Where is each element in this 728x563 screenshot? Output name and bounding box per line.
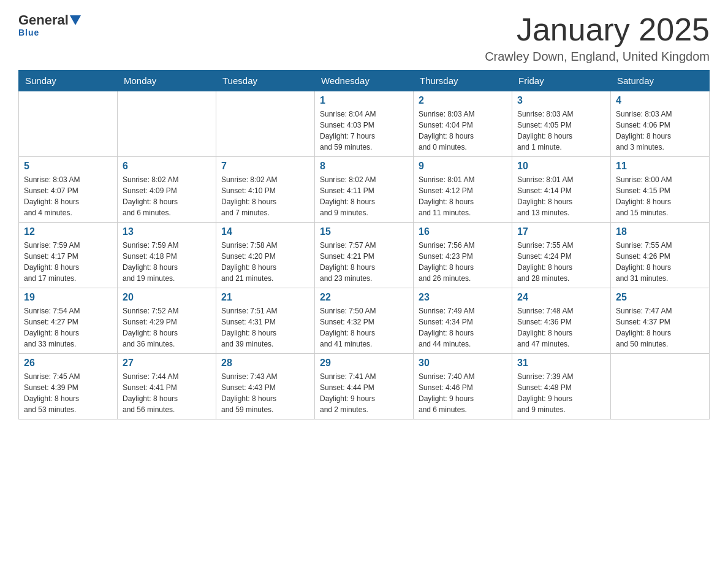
calendar-header-thursday: Thursday (414, 71, 512, 91)
day-number: 30 (419, 358, 507, 369)
calendar-cell: 28Sunrise: 7:43 AM Sunset: 4:43 PM Dayli… (216, 354, 315, 419)
day-info: Sunrise: 7:41 AM Sunset: 4:44 PM Dayligh… (320, 371, 408, 415)
day-number: 3 (517, 95, 605, 106)
day-number: 22 (320, 292, 408, 303)
day-info: Sunrise: 8:02 AM Sunset: 4:11 PM Dayligh… (320, 174, 408, 218)
day-number: 28 (221, 358, 309, 369)
calendar-cell: 9Sunrise: 8:01 AM Sunset: 4:12 PM Daylig… (414, 157, 512, 223)
calendar-cell: 27Sunrise: 7:44 AM Sunset: 4:41 PM Dayli… (118, 354, 216, 419)
day-number: 20 (123, 292, 211, 303)
day-info: Sunrise: 8:02 AM Sunset: 4:09 PM Dayligh… (123, 174, 211, 218)
logo-triangle-icon (70, 15, 81, 25)
calendar-cell: 13Sunrise: 7:59 AM Sunset: 4:18 PM Dayli… (118, 223, 216, 288)
logo-general-text: General (18, 12, 69, 28)
calendar-cell: 24Sunrise: 7:48 AM Sunset: 4:36 PM Dayli… (512, 288, 611, 354)
calendar-header-friday: Friday (512, 71, 611, 91)
week-row-2: 5Sunrise: 8:03 AM Sunset: 4:07 PM Daylig… (19, 157, 710, 223)
day-info: Sunrise: 8:00 AM Sunset: 4:15 PM Dayligh… (616, 174, 704, 218)
day-info: Sunrise: 7:58 AM Sunset: 4:20 PM Dayligh… (221, 240, 309, 284)
day-info: Sunrise: 7:45 AM Sunset: 4:39 PM Dayligh… (24, 371, 112, 415)
day-number: 27 (123, 358, 211, 369)
day-info: Sunrise: 8:04 AM Sunset: 4:03 PM Dayligh… (320, 109, 408, 153)
day-info: Sunrise: 7:39 AM Sunset: 4:48 PM Dayligh… (517, 371, 605, 415)
day-number: 31 (517, 358, 605, 369)
calendar-cell: 12Sunrise: 7:59 AM Sunset: 4:17 PM Dayli… (19, 223, 118, 288)
day-info: Sunrise: 8:03 AM Sunset: 4:05 PM Dayligh… (517, 109, 605, 153)
day-number: 14 (221, 226, 309, 237)
calendar-cell: 17Sunrise: 7:55 AM Sunset: 4:24 PM Dayli… (512, 223, 611, 288)
day-info: Sunrise: 7:50 AM Sunset: 4:32 PM Dayligh… (320, 305, 408, 350)
calendar-cell: 6Sunrise: 8:02 AM Sunset: 4:09 PM Daylig… (118, 157, 216, 223)
day-info: Sunrise: 7:52 AM Sunset: 4:29 PM Dayligh… (123, 305, 211, 350)
day-number: 26 (24, 358, 112, 369)
day-info: Sunrise: 7:43 AM Sunset: 4:43 PM Dayligh… (221, 371, 309, 415)
day-number: 10 (517, 161, 605, 172)
day-info: Sunrise: 8:03 AM Sunset: 4:07 PM Dayligh… (24, 174, 112, 218)
calendar-cell: 23Sunrise: 7:49 AM Sunset: 4:34 PM Dayli… (414, 288, 512, 354)
day-info: Sunrise: 7:59 AM Sunset: 4:18 PM Dayligh… (123, 240, 211, 284)
day-number: 8 (320, 161, 408, 172)
day-info: Sunrise: 7:56 AM Sunset: 4:23 PM Dayligh… (419, 240, 507, 284)
day-info: Sunrise: 8:01 AM Sunset: 4:14 PM Dayligh… (517, 174, 605, 218)
week-row-3: 12Sunrise: 7:59 AM Sunset: 4:17 PM Dayli… (19, 223, 710, 288)
calendar-cell: 16Sunrise: 7:56 AM Sunset: 4:23 PM Dayli… (414, 223, 512, 288)
day-number: 24 (517, 292, 605, 303)
calendar-cell: 1Sunrise: 8:04 AM Sunset: 4:03 PM Daylig… (315, 91, 414, 157)
day-number: 12 (24, 226, 112, 237)
day-number: 2 (419, 95, 507, 106)
day-number: 18 (616, 226, 704, 237)
calendar-cell: 15Sunrise: 7:57 AM Sunset: 4:21 PM Dayli… (315, 223, 414, 288)
day-number: 29 (320, 358, 408, 369)
calendar-cell: 21Sunrise: 7:51 AM Sunset: 4:31 PM Dayli… (216, 288, 315, 354)
day-info: Sunrise: 7:49 AM Sunset: 4:34 PM Dayligh… (419, 305, 507, 350)
calendar-cell: 7Sunrise: 8:02 AM Sunset: 4:10 PM Daylig… (216, 157, 315, 223)
day-number: 9 (419, 161, 507, 172)
page-header: General Blue January 2025 Crawley Down, … (18, 12, 710, 64)
calendar-cell: 29Sunrise: 7:41 AM Sunset: 4:44 PM Dayli… (315, 354, 414, 419)
calendar-header-row: SundayMondayTuesdayWednesdayThursdayFrid… (19, 71, 710, 91)
day-number: 4 (616, 95, 704, 106)
day-info: Sunrise: 8:03 AM Sunset: 4:04 PM Dayligh… (419, 109, 507, 153)
day-info: Sunrise: 7:40 AM Sunset: 4:46 PM Dayligh… (419, 371, 507, 415)
day-number: 1 (320, 95, 408, 106)
logo: General Blue (18, 12, 82, 38)
title-section: January 2025 Crawley Down, England, Unit… (485, 12, 710, 64)
day-info: Sunrise: 7:47 AM Sunset: 4:37 PM Dayligh… (616, 305, 704, 350)
day-info: Sunrise: 8:01 AM Sunset: 4:12 PM Dayligh… (419, 174, 507, 218)
week-row-1: 1Sunrise: 8:04 AM Sunset: 4:03 PM Daylig… (19, 91, 710, 157)
day-number: 21 (221, 292, 309, 303)
calendar-cell: 18Sunrise: 7:55 AM Sunset: 4:26 PM Dayli… (611, 223, 710, 288)
calendar-cell: 30Sunrise: 7:40 AM Sunset: 4:46 PM Dayli… (414, 354, 512, 419)
day-info: Sunrise: 7:44 AM Sunset: 4:41 PM Dayligh… (123, 371, 211, 415)
calendar-cell: 5Sunrise: 8:03 AM Sunset: 4:07 PM Daylig… (19, 157, 118, 223)
calendar-header-monday: Monday (118, 71, 216, 91)
month-title: January 2025 (485, 12, 710, 47)
calendar-cell: 22Sunrise: 7:50 AM Sunset: 4:32 PM Dayli… (315, 288, 414, 354)
day-info: Sunrise: 7:57 AM Sunset: 4:21 PM Dayligh… (320, 240, 408, 284)
day-info: Sunrise: 7:59 AM Sunset: 4:17 PM Dayligh… (24, 240, 112, 284)
day-info: Sunrise: 7:54 AM Sunset: 4:27 PM Dayligh… (24, 305, 112, 350)
day-info: Sunrise: 8:03 AM Sunset: 4:06 PM Dayligh… (616, 109, 704, 153)
calendar-cell: 20Sunrise: 7:52 AM Sunset: 4:29 PM Dayli… (118, 288, 216, 354)
calendar-cell: 11Sunrise: 8:00 AM Sunset: 4:15 PM Dayli… (611, 157, 710, 223)
day-info: Sunrise: 7:48 AM Sunset: 4:36 PM Dayligh… (517, 305, 605, 350)
day-number: 13 (123, 226, 211, 237)
calendar-cell (611, 354, 710, 419)
calendar-cell: 25Sunrise: 7:47 AM Sunset: 4:37 PM Dayli… (611, 288, 710, 354)
calendar-cell: 31Sunrise: 7:39 AM Sunset: 4:48 PM Dayli… (512, 354, 611, 419)
calendar-cell (19, 91, 118, 157)
day-info: Sunrise: 8:02 AM Sunset: 4:10 PM Dayligh… (221, 174, 309, 218)
calendar-header-tuesday: Tuesday (216, 71, 315, 91)
day-number: 19 (24, 292, 112, 303)
calendar-header-sunday: Sunday (19, 71, 118, 91)
day-number: 16 (419, 226, 507, 237)
week-row-4: 19Sunrise: 7:54 AM Sunset: 4:27 PM Dayli… (19, 288, 710, 354)
day-info: Sunrise: 7:51 AM Sunset: 4:31 PM Dayligh… (221, 305, 309, 350)
logo-blue-text: Blue (18, 28, 39, 37)
day-number: 11 (616, 161, 704, 172)
day-number: 7 (221, 161, 309, 172)
calendar-cell: 19Sunrise: 7:54 AM Sunset: 4:27 PM Dayli… (19, 288, 118, 354)
calendar-cell: 10Sunrise: 8:01 AM Sunset: 4:14 PM Dayli… (512, 157, 611, 223)
calendar-cell: 2Sunrise: 8:03 AM Sunset: 4:04 PM Daylig… (414, 91, 512, 157)
day-info: Sunrise: 7:55 AM Sunset: 4:26 PM Dayligh… (616, 240, 704, 284)
